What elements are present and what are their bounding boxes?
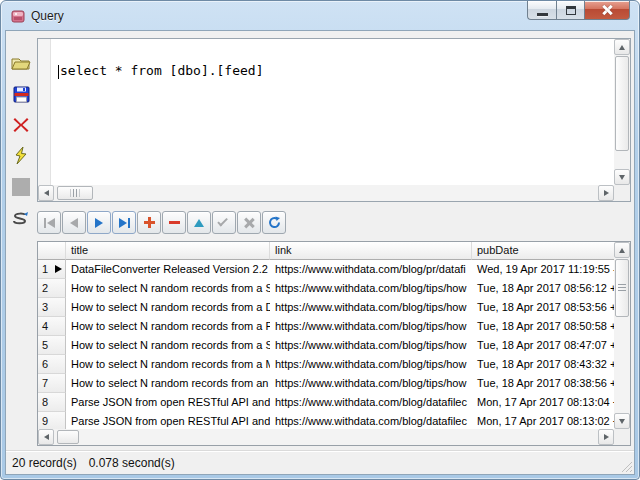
scroll-right-button[interactable] bbox=[598, 185, 614, 201]
cell-pubdate[interactable]: Tue, 18 Apr 2017 08:38:56 + bbox=[472, 374, 614, 393]
close-button[interactable] bbox=[585, 1, 630, 20]
scroll-down-button[interactable] bbox=[614, 169, 630, 185]
table-row[interactable]: 5 How to select N random records from a … bbox=[38, 336, 614, 355]
record-count: 20 record(s) bbox=[12, 456, 77, 470]
first-record-button[interactable] bbox=[37, 211, 61, 234]
table-row[interactable]: 4 How to select N random records from a … bbox=[38, 317, 614, 336]
row-number-cell[interactable]: 1 bbox=[38, 260, 66, 279]
cell-title[interactable]: Parse JSON from open RESTful API and s bbox=[66, 393, 270, 412]
insert-record-button[interactable] bbox=[137, 211, 161, 234]
cell-title[interactable]: How to select N random records from an O bbox=[66, 374, 270, 393]
save-button[interactable] bbox=[10, 83, 32, 105]
scroll-down-button[interactable] bbox=[614, 413, 630, 429]
column-header-indicator[interactable] bbox=[38, 242, 66, 260]
grid-vscroll-thumb[interactable] bbox=[615, 259, 629, 317]
grid-vertical-scrollbar[interactable] bbox=[614, 242, 630, 429]
close-icon bbox=[601, 4, 613, 16]
cell-link[interactable]: https://www.withdata.com/blog/tips/how bbox=[270, 317, 472, 336]
row-number-cell[interactable]: 4 bbox=[38, 317, 66, 336]
column-header-link[interactable]: link bbox=[270, 242, 472, 260]
table-row[interactable]: 1 DataFileConverter Released Version 2.2… bbox=[38, 260, 614, 279]
format-sql-icon bbox=[12, 210, 30, 226]
cell-link[interactable]: https://www.withdata.com/blog/pr/datafi bbox=[270, 260, 472, 279]
row-number-cell[interactable]: 7 bbox=[38, 374, 66, 393]
row-number-cell[interactable]: 2 bbox=[38, 279, 66, 298]
scroll-up-button[interactable] bbox=[614, 242, 630, 258]
sql-text-area[interactable]: select * from [dbo].[feed] bbox=[38, 39, 614, 185]
last-record-bar bbox=[128, 218, 130, 228]
cell-title[interactable]: DataFileConverter Released Version 2.2 bbox=[66, 260, 270, 279]
cell-title[interactable]: How to select N random records from a M bbox=[66, 355, 270, 374]
next-record-button[interactable] bbox=[87, 211, 111, 234]
column-header-pubdate[interactable]: pubDate bbox=[472, 242, 614, 260]
table-row[interactable]: 8 Parse JSON from open RESTful API and s… bbox=[38, 393, 614, 412]
scroll-left-button[interactable] bbox=[38, 429, 54, 445]
row-number-cell[interactable]: 9 bbox=[38, 412, 66, 429]
query-window: Query bbox=[0, 0, 640, 480]
cell-pubdate[interactable]: Mon, 17 Apr 2017 08:13:02 + bbox=[472, 412, 614, 429]
minimize-button[interactable] bbox=[527, 1, 556, 20]
stop-icon bbox=[12, 178, 30, 196]
table-row[interactable]: 6 How to select N random records from a … bbox=[38, 355, 614, 374]
sql-editor[interactable]: select * from [dbo].[feed] bbox=[37, 38, 631, 202]
cell-link[interactable]: https://www.withdata.com/blog/tips/how bbox=[270, 298, 472, 317]
scroll-down-icon bbox=[619, 175, 625, 180]
open-file-button[interactable] bbox=[10, 52, 32, 74]
cell-link[interactable]: https://www.withdata.com/blog/tips/how bbox=[270, 355, 472, 374]
cancel-edit-icon bbox=[244, 218, 254, 228]
cell-link[interactable]: https://www.withdata.com/blog/tips/how bbox=[270, 374, 472, 393]
cell-pubdate[interactable]: Tue, 18 Apr 2017 08:43:32 + bbox=[472, 355, 614, 374]
cell-pubdate[interactable]: Tue, 18 Apr 2017 08:47:07 + bbox=[472, 336, 614, 355]
last-record-button[interactable] bbox=[112, 211, 136, 234]
delete-record-button[interactable] bbox=[162, 211, 186, 234]
scroll-right-button[interactable] bbox=[598, 429, 614, 445]
row-number-cell[interactable]: 6 bbox=[38, 355, 66, 374]
cell-title[interactable]: How to select N random records from a Po bbox=[66, 317, 270, 336]
row-number-cell[interactable]: 8 bbox=[38, 393, 66, 412]
table-row[interactable]: 3 How to select N random records from a … bbox=[38, 298, 614, 317]
cell-pubdate[interactable]: Tue, 18 Apr 2017 08:56:12 + bbox=[472, 279, 614, 298]
cell-title[interactable]: How to select N random records from a DI bbox=[66, 298, 270, 317]
refresh-icon bbox=[268, 216, 281, 229]
cell-title[interactable]: How to select N random records from a SQ bbox=[66, 336, 270, 355]
cell-link[interactable]: https://www.withdata.com/blog/datafilec bbox=[270, 393, 472, 412]
execute-button[interactable] bbox=[10, 145, 32, 167]
cell-pubdate[interactable]: Tue, 18 Apr 2017 08:50:58 + bbox=[472, 317, 614, 336]
post-edit-button[interactable] bbox=[212, 211, 236, 234]
edit-record-button[interactable] bbox=[187, 211, 211, 234]
maximize-button[interactable] bbox=[556, 1, 585, 20]
scroll-up-button[interactable] bbox=[614, 39, 630, 55]
cell-title[interactable]: Parse JSON from open RESTful API and s bbox=[66, 412, 270, 429]
row-number-cell[interactable]: 3 bbox=[38, 298, 66, 317]
format-sql-button[interactable] bbox=[10, 207, 32, 229]
cell-pubdate[interactable]: Tue, 18 Apr 2017 08:53:56 + bbox=[472, 298, 614, 317]
table-row[interactable]: 7 How to select N random records from an… bbox=[38, 374, 614, 393]
grid-body: title link pubDate 1 DataFileConverter R… bbox=[38, 242, 614, 429]
column-header-title[interactable]: title bbox=[66, 242, 270, 260]
cell-link[interactable]: https://www.withdata.com/blog/datafilec bbox=[270, 412, 472, 429]
cell-pubdate[interactable]: Wed, 19 Apr 2017 11:19:55 - bbox=[472, 260, 614, 279]
cell-pubdate[interactable]: Mon, 17 Apr 2017 08:13:04 + bbox=[472, 393, 614, 412]
editor-vertical-scrollbar[interactable] bbox=[614, 39, 630, 185]
grid-horizontal-scrollbar[interactable] bbox=[38, 429, 614, 445]
editor-horizontal-scrollbar[interactable] bbox=[38, 185, 614, 201]
editor-hscroll-thumb[interactable] bbox=[57, 186, 93, 200]
cell-link[interactable]: https://www.withdata.com/blog/tips/how bbox=[270, 279, 472, 298]
refresh-button[interactable] bbox=[262, 211, 286, 234]
titlebar[interactable]: Query bbox=[1, 1, 639, 30]
query-time: 0.078 second(s) bbox=[89, 456, 175, 470]
scroll-left-button[interactable] bbox=[38, 185, 54, 201]
cell-title[interactable]: How to select N random records from a SQ bbox=[66, 279, 270, 298]
resize-grip-icon[interactable] bbox=[620, 460, 632, 472]
table-row[interactable]: 2 How to select N random records from a … bbox=[38, 279, 614, 298]
cell-link[interactable]: https://www.withdata.com/blog/tips/how bbox=[270, 336, 472, 355]
stop-button[interactable] bbox=[10, 176, 32, 198]
editor-vscroll-thumb[interactable] bbox=[615, 56, 629, 151]
prior-record-button[interactable] bbox=[62, 211, 86, 234]
clear-button[interactable] bbox=[10, 114, 32, 136]
edit-record-icon bbox=[194, 219, 204, 227]
grid-hscroll-thumb[interactable] bbox=[57, 430, 79, 444]
cancel-edit-button[interactable] bbox=[237, 211, 261, 234]
table-row[interactable]: 9 Parse JSON from open RESTful API and s… bbox=[38, 412, 614, 429]
row-number-cell[interactable]: 5 bbox=[38, 336, 66, 355]
